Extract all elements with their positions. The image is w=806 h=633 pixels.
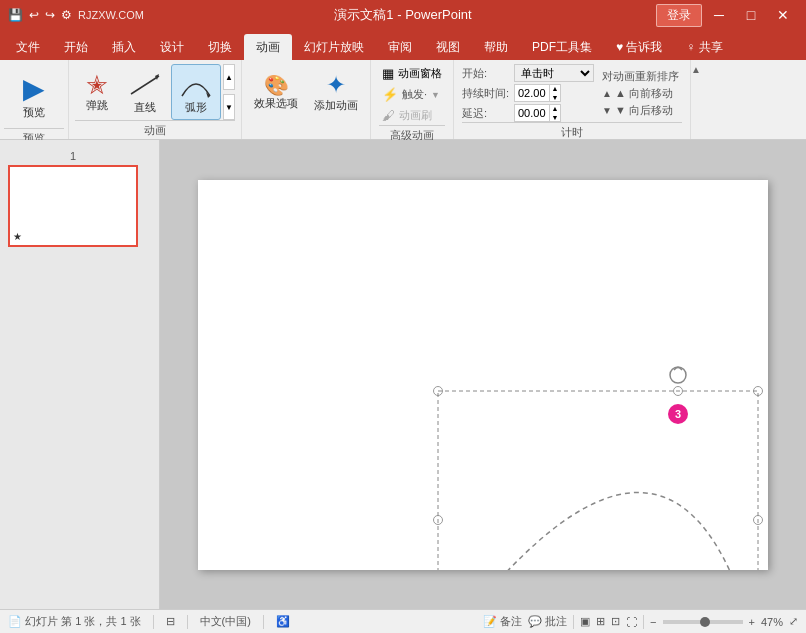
minimize-button[interactable]: ─ [704,1,734,29]
maximize-button[interactable]: □ [736,1,766,29]
animation-pane-button[interactable]: ▦ 动画窗格 [379,64,445,83]
tab-tell-me[interactable]: ♥ 告诉我 [604,34,674,60]
comments-button[interactable]: 💬 批注 [528,614,567,629]
move-after-button[interactable]: ▼ ▼ 向后移动 [602,103,682,118]
customize-icon[interactable]: ⚙ [61,8,72,22]
anim-bounce-button[interactable]: ✭ 弹跳 [75,64,119,120]
zoom-thumb [700,617,710,627]
svg-line-0 [131,76,159,94]
canvas-area: 3 1 ☀ ① ◀ ② [160,140,806,609]
title-bar-right: 登录 ─ □ ✕ [656,1,798,29]
close-button[interactable]: ✕ [768,1,798,29]
handle-tl[interactable] [433,386,443,396]
reorder-group: 对动画重新排序 ▲ ▲ 向前移动 ▼ ▼ 向后移动 [602,64,682,122]
view-normal[interactable]: ▣ [580,615,590,628]
badge-3: 3 [668,404,688,424]
svg-rect-3 [438,391,758,570]
tab-review[interactable]: 审阅 [376,34,424,60]
status-sep3 [263,615,264,629]
animation-dropdown[interactable]: ▲ ▼ [223,64,235,120]
handle-ml[interactable] [433,515,443,525]
tab-start[interactable]: 开始 [52,34,100,60]
status-icon-1: ⊟ [166,615,175,628]
start-select[interactable]: 单击时 [514,64,594,82]
preview-button[interactable]: ▶ 预览 [6,68,62,124]
slide-info: 📄 幻灯片 第 1 张，共 1 张 [8,614,141,629]
trigger-button[interactable]: ⚡ 触发· ▼ [379,85,445,104]
slide-canvas: 3 1 ☀ ① ◀ ② [198,180,768,570]
view-reading[interactable]: ⊡ [611,615,620,628]
slide-number: 1 [70,150,76,162]
timing-group-label: 计时 [462,122,682,140]
view-slide[interactable]: ⊞ [596,615,605,628]
add-animation-button[interactable]: ✦ 添加动画 [308,64,364,120]
website-label: RJZXW.COM [78,9,144,21]
tab-design[interactable]: 设计 [148,34,196,60]
accessibility-icon: ♿ [276,615,290,628]
effect-options-button[interactable]: 🎨 效果选项 [248,64,304,120]
slide-icon: 📄 [8,615,22,627]
tab-animation[interactable]: 动画 [244,34,292,60]
handle-tr[interactable] [753,386,763,396]
tab-share[interactable]: ♀ 共享 [674,34,734,60]
straight-line-icon [127,70,163,100]
delay-label: 延迟: [462,106,510,121]
tab-transition[interactable]: 切换 [196,34,244,60]
status-bar: 📄 幻灯片 第 1 张，共 1 张 ⊟ 中文(中国) ♿ 📝 备注 💬 批注 ▣… [0,609,806,633]
status-sep1 [153,615,154,629]
duration-label: 持续时间: [462,86,510,101]
timing-controls: 开始: 单击时 持续时间: 02.00 ▲ ▼ [462,64,594,122]
fit-button[interactable]: ⤢ [789,615,798,628]
view-fullscreen[interactable]: ⛶ [626,616,637,628]
window-title: 演示文稿1 - PowerPoint [334,6,471,24]
slide-thumbnail[interactable]: ★ [8,165,138,247]
advanced-group: ▦ 动画窗格 ⚡ 触发· ▼ 🖌 动画刷 高级动画 [371,60,454,139]
handle-mr[interactable] [753,515,763,525]
delay-up[interactable]: ▲ [550,104,561,113]
tab-slideshow[interactable]: 幻灯片放映 [292,34,376,60]
delay-down[interactable]: ▼ [550,113,561,122]
tab-pdf[interactable]: PDF工具集 [520,34,604,60]
tab-file[interactable]: 文件 [4,34,52,60]
notes-button[interactable]: 📝 备注 [483,614,522,629]
tab-help[interactable]: 帮助 [472,34,520,60]
duration-down[interactable]: ▼ [550,93,561,102]
start-label: 开始: [462,66,510,81]
reorder-label: 对动画重新排序 [602,69,682,84]
language-label: 中文(中国) [200,614,251,629]
anim-straight-button[interactable]: 直线 [121,64,169,120]
ribbon-collapse[interactable]: ▲ [691,60,705,139]
timing-group: 开始: 单击时 持续时间: 02.00 ▲ ▼ [454,60,691,139]
undo-icon[interactable]: ↩ [29,8,39,22]
slide-panel: 1 ★ [0,140,160,609]
effect-group: 🎨 效果选项 ✦ 添加动画 x [242,60,371,139]
delay-spinbox[interactable]: 00.00 ▲ ▼ [514,104,561,122]
handle-tc[interactable] [673,386,683,396]
login-button[interactable]: 登录 [656,4,702,27]
animation-group: ✭ 弹跳 直线 弧形 ▲ ▼ [69,60,242,139]
animation-group-label: 动画 [75,120,235,138]
animation-brush-button[interactable]: 🖌 动画刷 [379,106,445,125]
redo-icon[interactable]: ↪ [45,8,55,22]
svg-point-4 [670,367,686,383]
title-bar: 💾 ↩ ↪ ⚙ RJZXW.COM 演示文稿1 - PowerPoint 登录 … [0,0,806,30]
duration-spinbox[interactable]: 02.00 ▲ ▼ [514,84,561,102]
save-icon[interactable]: 💾 [8,8,23,22]
tab-insert[interactable]: 插入 [100,34,148,60]
zoom-slider[interactable] [663,620,743,624]
ribbon: ▶ 预览 预览 ✭ 弹跳 直线 [0,60,806,140]
selection-overlay [198,180,768,570]
preview-group: ▶ 预览 预览 [0,60,69,139]
duration-up[interactable]: ▲ [550,84,561,93]
slide-item: 1 ★ [8,150,138,247]
zoom-in-button[interactable]: + [749,616,755,628]
move-before-button[interactable]: ▲ ▲ 向前移动 [602,86,682,101]
status-sep4 [573,615,574,629]
status-sep5 [643,615,644,629]
anim-arc-button[interactable]: 弧形 [171,64,221,120]
main-area: 1 ★ [0,140,806,609]
arc-line-icon [178,70,214,100]
zoom-out-button[interactable]: − [650,616,656,628]
tab-view[interactable]: 视图 [424,34,472,60]
slide-panel-content: 1 ★ [8,150,151,247]
